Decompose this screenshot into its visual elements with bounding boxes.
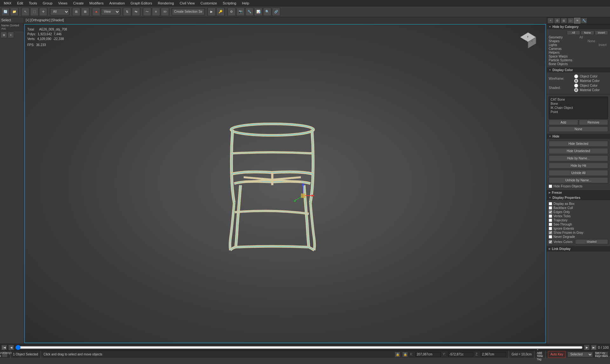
maxscript-btn[interactable]: MAXScript Mi: [2, 352, 8, 357]
menu-help[interactable]: Help: [240, 1, 252, 6]
view-dropdown[interactable]: View: [101, 8, 120, 15]
list-item-cat-bone[interactable]: CAT Bone: [550, 98, 607, 102]
unhide-all-btn[interactable]: Unhide All: [549, 170, 608, 176]
snap-btn[interactable]: ⊞: [72, 8, 80, 16]
cat-lights-invert[interactable]: Invert: [597, 43, 608, 47]
align-btn[interactable]: ⇆: [132, 8, 140, 16]
never-degrade-cb[interactable]: [549, 235, 552, 239]
menu-rendering[interactable]: Rendering: [155, 1, 177, 6]
hide-by-name-btn[interactable]: Hide by Name...: [549, 155, 608, 161]
list-icon[interactable]: ≡: [8, 32, 14, 38]
see-through-cb[interactable]: [549, 223, 552, 226]
select-region-btn[interactable]: ⬚: [30, 8, 38, 16]
timeline-slider[interactable]: [15, 345, 583, 350]
menu-modifiers[interactable]: Modifiers: [87, 1, 106, 6]
menu-views[interactable]: Views: [56, 1, 70, 6]
object-list-box[interactable]: CAT Bone Bone IK Chain Object Point: [549, 97, 608, 119]
menu-customize[interactable]: Customize: [198, 1, 220, 6]
tab-motion[interactable]: ▷: [567, 18, 574, 24]
key-btn[interactable]: 🔑: [216, 8, 225, 16]
timeline-next-btn[interactable]: ▶: [584, 345, 590, 350]
vertex-colors-cb[interactable]: [549, 240, 552, 244]
hierarchy-icon[interactable]: ⊞: [1, 32, 7, 38]
display-as-box-cb[interactable]: [549, 202, 552, 206]
extra4-btn[interactable]: 📊: [254, 8, 262, 16]
auto-key-btn[interactable]: Auto Key: [548, 351, 566, 358]
move-btn[interactable]: ✛: [39, 8, 47, 16]
lock-btn[interactable]: 🔒: [395, 352, 400, 357]
sh-material-radio[interactable]: [574, 88, 578, 92]
unhide-by-name-btn[interactable]: Unhide by Name...: [549, 177, 608, 183]
extra1-btn[interactable]: ⚙: [227, 8, 236, 16]
link-display-header[interactable]: ▶ Link Display: [547, 246, 610, 251]
wf-object-radio[interactable]: [574, 74, 578, 78]
y-coord-input[interactable]: [448, 352, 473, 357]
set-key-btn[interactable]: Set Key: [595, 352, 600, 357]
menu-create[interactable]: Create: [71, 1, 86, 6]
select-btn[interactable]: ↖: [21, 8, 30, 16]
list-item-ik-chain[interactable]: IK Chain Object: [550, 106, 607, 110]
tab-hierarchy[interactable]: ⊞: [561, 18, 567, 24]
freeze-header[interactable]: ▶ Freeze: [547, 190, 610, 195]
display-props-header[interactable]: ▼ Display Properties: [547, 195, 610, 200]
render-btn[interactable]: 🔺: [92, 8, 100, 16]
wf-material-radio[interactable]: [574, 79, 578, 83]
vertex-ticks-cb[interactable]: [549, 214, 552, 218]
viewport[interactable]: Total AE26_009_obj_708 Polys: 1,923,642 …: [24, 24, 546, 343]
extra2-btn[interactable]: 📷: [236, 8, 245, 16]
lock2-btn[interactable]: 🔒: [402, 352, 408, 357]
tab-utility[interactable]: 🔧: [581, 18, 587, 24]
menu-group[interactable]: Group: [40, 1, 55, 6]
list-item-point[interactable]: Point: [550, 110, 607, 114]
tab-modify[interactable]: ⚙: [554, 18, 560, 24]
open-btn[interactable]: 📁: [10, 8, 18, 16]
timeline-prev-btn[interactable]: ◀: [8, 345, 14, 350]
timeline-end-btn[interactable]: ▶|: [591, 345, 597, 350]
extra6-btn[interactable]: 🔗: [272, 8, 280, 16]
menu-animation[interactable]: Animation: [107, 1, 127, 6]
timeline-start-btn[interactable]: |◀: [1, 345, 7, 350]
curve-btn[interactable]: 〜: [143, 8, 151, 16]
selected-dropdown[interactable]: Selected: [567, 352, 593, 357]
cat-geometry-all[interactable]: All: [576, 36, 586, 39]
hide-by-hit-btn[interactable]: Hide by Hit: [549, 163, 608, 169]
add-btn[interactable]: Add: [549, 120, 578, 125]
hide-unselected-btn[interactable]: Hide Unselected: [549, 148, 608, 154]
menu-tools[interactable]: Tools: [26, 1, 40, 6]
tab-display[interactable]: 👁: [574, 18, 580, 24]
vertex-colors-btn[interactable]: Shaded: [575, 239, 608, 244]
key-filters-btn[interactable]: Key Filters...: [602, 352, 608, 357]
3d-btn[interactable]: 3D: [161, 8, 169, 16]
nav-cube[interactable]: T Fr R: [517, 31, 539, 53]
menu-scripting[interactable]: Scripting: [220, 1, 239, 6]
hide-selected-btn[interactable]: Hide Selected: [549, 141, 608, 147]
sh-object-radio[interactable]: [574, 84, 578, 88]
layer-btn[interactable]: ≡: [152, 8, 160, 16]
none-btn[interactable]: None: [549, 126, 608, 132]
x-coord-input[interactable]: [416, 352, 441, 357]
cat-shapes-none[interactable]: None: [586, 39, 597, 43]
display-color-header[interactable]: ▼ Display Color: [547, 68, 610, 72]
filter-dropdown[interactable]: All: [50, 8, 69, 15]
menu-civil-view[interactable]: Civil View: [177, 1, 197, 6]
trajectory-cb[interactable]: [549, 219, 552, 222]
extra3-btn[interactable]: 🔧: [245, 8, 254, 16]
playback-btn[interactable]: ▶: [207, 8, 216, 16]
time-tag-btn[interactable]: + Add Time Tag: [537, 352, 543, 357]
edges-only-cb[interactable]: [549, 210, 552, 214]
ignore-extents-cb[interactable]: [549, 227, 552, 230]
hide-by-category-header[interactable]: ▼ Hide by Category: [547, 24, 610, 29]
create-selection-btn[interactable]: Create Selection Se: [172, 8, 205, 15]
remove-btn[interactable]: Remove: [579, 120, 608, 125]
menu-max[interactable]: MAX: [1, 1, 14, 6]
list-item-bone[interactable]: Bone: [550, 102, 607, 106]
hide-header[interactable]: ▼ Hide: [547, 134, 610, 139]
menu-graph-editors[interactable]: Graph Editors: [128, 1, 155, 6]
new-btn[interactable]: 🔄: [1, 8, 10, 16]
backface-cull-cb[interactable]: [549, 206, 552, 210]
extra5-btn[interactable]: 🔍: [263, 8, 271, 16]
snap2-btn[interactable]: ⊠: [81, 8, 89, 16]
menu-edit[interactable]: Edit: [15, 1, 26, 6]
hide-frozen-checkbox[interactable]: [549, 185, 552, 188]
z-coord-input[interactable]: [481, 352, 506, 357]
